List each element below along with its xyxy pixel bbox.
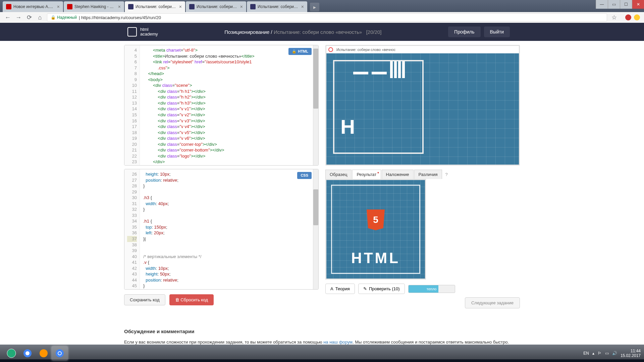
- font-icon: A: [330, 286, 333, 291]
- window-controls: — ▭ ☐ ✕: [596, 0, 644, 9]
- back-button[interactable]: ←: [4, 14, 11, 21]
- tab-sample[interactable]: Образец: [325, 170, 352, 179]
- clock-date: 15.02.2017: [621, 353, 641, 358]
- lock-icon: 🔒: [51, 15, 56, 20]
- taskbar: EN ▴ 🏳 ▭ 🔊 11:44 15.02.2017: [0, 345, 644, 362]
- tab-help[interactable]: ?: [445, 172, 448, 177]
- tab-overlay[interactable]: Наложение: [382, 170, 414, 179]
- preview-canvas: Н: [326, 53, 519, 165]
- opera-icon: [328, 47, 333, 52]
- new-tab-button[interactable]: ▸: [310, 3, 319, 11]
- youtube-icon: [67, 4, 72, 9]
- restore-button[interactable]: ▭: [608, 0, 620, 9]
- window-close-button[interactable]: ✕: [632, 0, 644, 9]
- home-button[interactable]: ⌂: [36, 14, 44, 21]
- tab-title: Stephen Hawking - Wha...: [74, 4, 115, 9]
- result-preview: 5 HTML: [325, 179, 426, 280]
- html-text: HTML: [351, 250, 400, 266]
- chrome-icon-active[interactable]: [52, 346, 68, 360]
- url-text: https://htmlacademy.ru/courses/45/run/20: [81, 15, 161, 20]
- star-icon[interactable]: ☆: [610, 14, 618, 21]
- preview-pane: Испытание: собери слово «вечнос Н: [325, 45, 520, 166]
- preview-chrome: Испытание: собери слово «вечнос: [326, 46, 519, 53]
- comments-title: Обсуждение и комментарии: [124, 328, 520, 334]
- volume-icon[interactable]: 🔊: [612, 351, 617, 356]
- svg-point-2: [25, 351, 30, 355]
- scrollbar[interactable]: [313, 169, 318, 289]
- profile-button[interactable]: Профиль: [448, 26, 480, 37]
- extension-icon[interactable]: [625, 14, 631, 20]
- firefox-icon[interactable]: [36, 346, 52, 360]
- maximize-button[interactable]: ☐: [620, 0, 632, 9]
- browser-tab-active[interactable]: Испытание: собери сло... ×: [125, 1, 185, 12]
- logo[interactable]: htmlacademy: [127, 27, 158, 37]
- tab-title: Новое интервью А. Не...: [13, 4, 54, 9]
- task-progress: [20/20]: [366, 29, 382, 35]
- logout-button[interactable]: Выйти: [484, 26, 510, 37]
- task-name: Испытание: собери слово «вечность»: [274, 29, 362, 35]
- next-task-button[interactable]: Следующее задание: [465, 297, 520, 308]
- tab-title: Испытание: собери сло...: [258, 4, 299, 9]
- tab-close-icon[interactable]: ×: [301, 4, 304, 9]
- browser-tab[interactable]: Испытание: собери сло... ×: [247, 1, 307, 12]
- code-content[interactable]: <meta charset="utf-8"> <title>Испытание:…: [140, 45, 318, 165]
- html-editor[interactable]: 🔒HTML 4567891011121314151617181920212223…: [124, 45, 319, 166]
- tab-close-icon[interactable]: ×: [57, 4, 60, 9]
- minimize-button[interactable]: —: [596, 0, 608, 9]
- html-badge: 🔒HTML: [288, 48, 312, 55]
- browser-tab[interactable]: Испытание: собери сло... ×: [186, 1, 246, 12]
- youtube-icon: [6, 4, 11, 9]
- result-tabs: Образец Результат● Наложение Различия ?: [325, 170, 520, 179]
- url-input[interactable]: 🔒 Надежный | https://htmlacademy.ru/cour…: [47, 13, 607, 21]
- lock-icon: 🔒: [292, 49, 297, 53]
- score-bar: тепло: [408, 285, 455, 293]
- htmlacademy-icon: [189, 4, 195, 9]
- trash-icon: 🗑: [175, 297, 179, 302]
- secure-badge: 🔒 Надежный: [51, 15, 77, 20]
- score-text: тепло: [427, 287, 437, 291]
- browser-tab[interactable]: Новое интервью А. Не... ×: [3, 1, 63, 12]
- tab-result[interactable]: Результат●: [352, 170, 381, 179]
- htmlacademy-icon: [128, 4, 133, 9]
- svg-point-0: [7, 349, 16, 358]
- htmlacademy-icon: [250, 4, 256, 9]
- tab-close-icon[interactable]: ×: [179, 4, 182, 9]
- check-icon: ✎: [363, 286, 367, 291]
- logo-text: htmlacademy: [140, 27, 158, 37]
- tray-up-icon[interactable]: ▴: [592, 351, 594, 356]
- css-editor[interactable]: CSS 262728293031323334353637383940414243…: [124, 169, 319, 290]
- line-gutter: 4567891011121314151617181920212223: [124, 45, 140, 165]
- tab-title: Испытание: собери сло...: [197, 4, 237, 9]
- save-button[interactable]: Сохранить код: [124, 294, 165, 305]
- clock[interactable]: 11:44 15.02.2017: [621, 349, 641, 358]
- chrome-icon[interactable]: [19, 346, 36, 360]
- code-content[interactable]: height: 10px; position: relative; } .h3 …: [140, 169, 318, 289]
- tab-close-icon[interactable]: ×: [240, 4, 243, 9]
- theory-button[interactable]: AТеория: [325, 284, 355, 294]
- tab-diff[interactable]: Различия: [414, 170, 442, 179]
- browser-tab[interactable]: Stephen Hawking - Wha... ×: [64, 1, 124, 12]
- start-button[interactable]: [3, 346, 19, 360]
- scrollbar[interactable]: [313, 45, 318, 165]
- extension-icon[interactable]: [634, 14, 640, 20]
- reset-button[interactable]: 🗑 Сбросить код: [169, 294, 214, 305]
- comments-section: Обсуждение и комментарии Если у вас возн…: [124, 322, 520, 346]
- css-badge: CSS: [297, 172, 312, 179]
- svg-point-3: [40, 349, 48, 357]
- secure-label: Надежный: [57, 15, 77, 20]
- logo-icon: [127, 27, 137, 37]
- battery-icon[interactable]: ▭: [605, 351, 609, 356]
- forward-button[interactable]: →: [15, 14, 22, 21]
- reload-button[interactable]: ⟳: [25, 14, 33, 21]
- html5-shield-icon: 5: [367, 209, 385, 230]
- breadcrumb: Позиционирование / Испытание: собери сло…: [224, 29, 381, 35]
- svg-point-6: [58, 352, 61, 355]
- preview-title: Испытание: собери слово «вечнос: [336, 48, 395, 52]
- check-button[interactable]: ✎Проверить (10): [358, 284, 405, 294]
- flag-icon[interactable]: 🏳: [598, 351, 602, 356]
- course-name[interactable]: Позиционирование: [224, 29, 269, 35]
- tab-close-icon[interactable]: ×: [118, 4, 121, 9]
- forum-link[interactable]: на наш форум: [323, 340, 353, 345]
- lang-indicator[interactable]: EN: [583, 351, 589, 356]
- clock-time: 11:44: [621, 349, 641, 353]
